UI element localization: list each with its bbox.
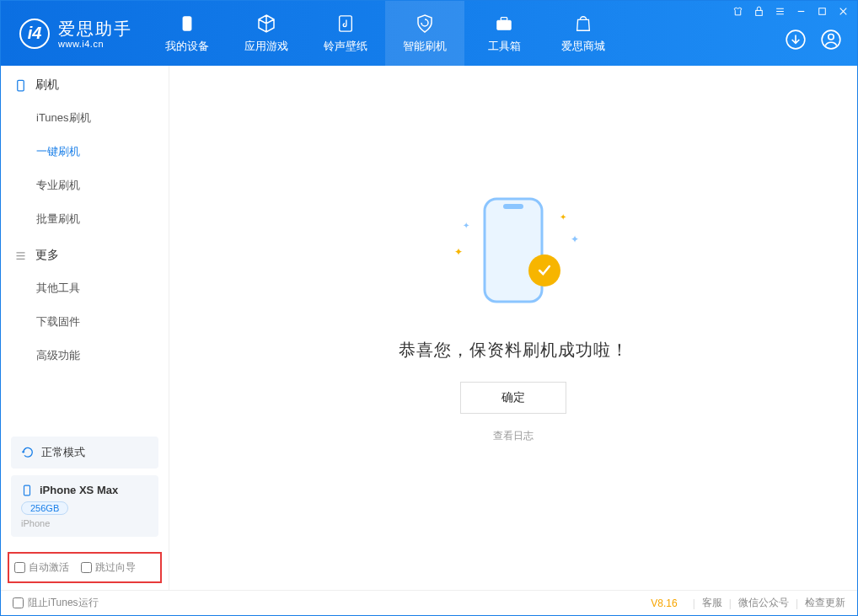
checkbox-label: 自动激活 (29, 560, 69, 575)
device-type-label: iPhone (21, 518, 148, 528)
main-nav: 我的设备 应用游戏 铃声壁纸 智能刷机 工具箱 爱思商城 (147, 1, 623, 66)
auto-activate-checkbox[interactable]: 自动激活 (14, 560, 69, 575)
sidebar-section-more: 更多 (1, 236, 169, 271)
device-mode-status[interactable]: 正常模式 (11, 437, 158, 469)
svg-rect-11 (485, 199, 542, 302)
refresh-icon (21, 446, 35, 459)
success-illustration: ✦ ✦ ✦ ✦ (429, 179, 598, 330)
nav-label: 工具箱 (488, 39, 521, 54)
lock-icon[interactable] (753, 6, 764, 19)
status-bar: 阻止iTunes运行 V8.16 | 客服 | 微信公众号 | 检查更新 (1, 590, 857, 615)
svg-rect-4 (756, 10, 763, 15)
sidebar: 刷机 iTunes刷机 一键刷机 专业刷机 批量刷机 更多 其他工具 下载固件 … (1, 66, 169, 590)
sparkle-icon: ✦ (454, 246, 463, 258)
device-icon (177, 13, 197, 34)
header-action-icons (785, 29, 842, 54)
cube-icon (256, 13, 276, 34)
block-itunes-checkbox[interactable]: 阻止iTunes运行 (13, 596, 99, 610)
support-link[interactable]: 客服 (702, 596, 722, 610)
version-label: V8.16 (651, 597, 677, 609)
device-info[interactable]: iPhone XS Max 256GB iPhone (11, 475, 158, 537)
nav-apps[interactable]: 应用游戏 (227, 1, 306, 66)
checkbox-input[interactable] (14, 562, 25, 573)
svg-rect-5 (819, 8, 826, 15)
wechat-link[interactable]: 微信公众号 (738, 596, 789, 610)
ok-button[interactable]: 确定 (460, 382, 566, 414)
svg-rect-3 (501, 17, 507, 20)
user-icon[interactable] (820, 29, 842, 54)
svg-rect-10 (24, 485, 30, 495)
sidebar-item-oneclick-flash[interactable]: 一键刷机 (1, 135, 169, 169)
device-name-label: iPhone XS Max (40, 484, 118, 496)
phone-icon (14, 79, 27, 92)
window-controls (732, 6, 849, 19)
flash-options-highlighted: 自动激活 跳过向导 (8, 552, 162, 583)
svg-rect-9 (18, 80, 24, 91)
nav-label: 爱思商城 (561, 39, 605, 54)
view-log-link[interactable]: 查看日志 (493, 429, 534, 443)
check-badge-icon (528, 254, 560, 287)
sidebar-item-other-tools[interactable]: 其他工具 (1, 271, 169, 305)
checkbox-label: 跳过向导 (95, 560, 136, 575)
sidebar-section-flash: 刷机 (1, 66, 169, 101)
nav-toolbox[interactable]: 工具箱 (464, 1, 544, 66)
sidebar-item-download-firmware[interactable]: 下载固件 (1, 305, 169, 339)
sidebar-item-itunes-flash[interactable]: iTunes刷机 (1, 101, 169, 135)
section-title: 更多 (35, 248, 59, 263)
nav-label: 我的设备 (165, 39, 209, 54)
app-logo: i4 爱思助手 www.i4.cn (1, 1, 147, 66)
checkbox-label: 阻止iTunes运行 (28, 596, 99, 610)
section-title: 刷机 (35, 78, 59, 93)
svg-rect-0 (183, 16, 191, 30)
nav-ringtone[interactable]: 铃声壁纸 (306, 1, 385, 66)
list-icon (14, 249, 27, 262)
nav-my-device[interactable]: 我的设备 (147, 1, 227, 66)
phone-icon (21, 485, 33, 496)
nav-shop[interactable]: 爱思商城 (544, 1, 623, 66)
menu-icon[interactable] (775, 6, 786, 19)
nav-label: 智能刷机 (403, 39, 447, 54)
nav-flash[interactable]: 智能刷机 (385, 1, 464, 66)
sparkle-icon: ✦ (463, 221, 469, 230)
nav-label: 铃声壁纸 (324, 39, 367, 54)
checkbox-input[interactable] (13, 597, 24, 608)
svg-point-8 (829, 35, 834, 40)
sparkle-icon: ✦ (571, 233, 579, 245)
shirt-icon[interactable] (732, 6, 743, 19)
svg-rect-2 (497, 20, 512, 29)
sparkle-icon: ✦ (560, 212, 566, 222)
device-storage-badge: 256GB (21, 501, 68, 515)
success-message: 恭喜您，保资料刷机成功啦！ (399, 339, 629, 362)
app-name: 爱思助手 (58, 18, 132, 40)
svg-rect-12 (503, 204, 523, 209)
close-button[interactable] (838, 6, 849, 19)
sidebar-item-pro-flash[interactable]: 专业刷机 (1, 169, 169, 202)
shield-icon (415, 13, 435, 34)
main-content: ✦ ✦ ✦ ✦ 恭喜您，保资料刷机成功啦！ 确定 查看日志 (169, 66, 857, 590)
maximize-button[interactable] (817, 6, 828, 19)
logo-icon: i4 (19, 19, 50, 49)
toolbox-icon (494, 13, 514, 34)
phone-outline-icon (480, 196, 547, 305)
minimize-button[interactable] (796, 6, 807, 19)
status-label: 正常模式 (41, 445, 85, 460)
music-file-icon (335, 13, 356, 34)
sidebar-item-advanced[interactable]: 高级功能 (1, 339, 169, 372)
update-link[interactable]: 检查更新 (805, 596, 845, 610)
bag-icon (573, 13, 593, 34)
download-icon[interactable] (785, 29, 807, 54)
sidebar-item-batch-flash[interactable]: 批量刷机 (1, 202, 169, 236)
svg-rect-1 (340, 15, 352, 30)
title-bar: i4 爱思助手 www.i4.cn 我的设备 应用游戏 铃声壁纸 智能刷机 工具… (1, 1, 857, 66)
skip-guide-checkbox[interactable]: 跳过向导 (81, 560, 136, 575)
checkbox-input[interactable] (81, 562, 92, 573)
nav-label: 应用游戏 (244, 39, 288, 54)
